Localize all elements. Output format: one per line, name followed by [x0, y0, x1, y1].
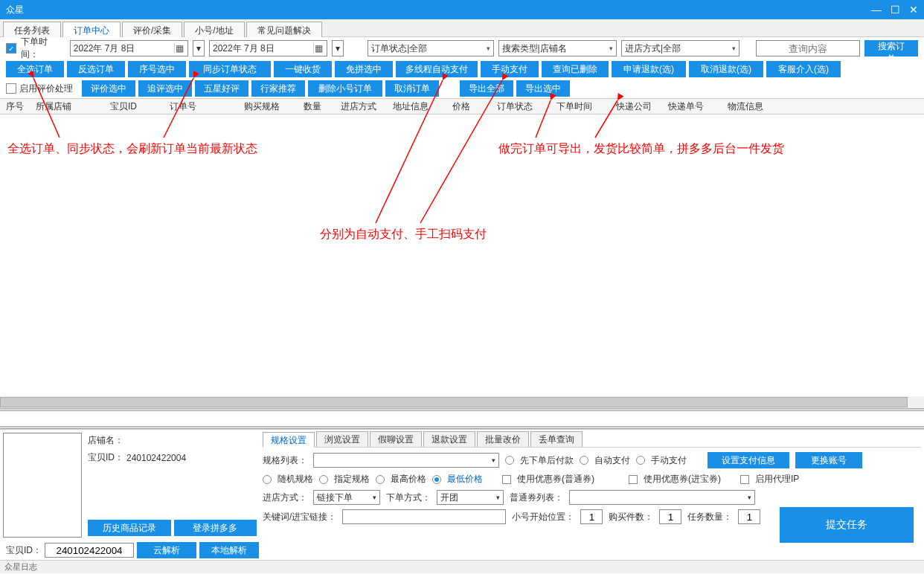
search-type-text: 搜索类型|店铺名 — [502, 42, 567, 55]
chevron-down-icon: ▾ — [373, 494, 376, 501]
submit-task-button[interactable]: 提交任务 — [780, 507, 914, 543]
buy-count-input[interactable] — [659, 509, 681, 524]
select-all-button[interactable]: 全选订单 — [6, 61, 64, 77]
manual-pay-button[interactable]: 手动支付 — [481, 61, 539, 77]
start-pos-input[interactable] — [580, 509, 603, 524]
expert-recommend-button[interactable]: 行家推荐 — [251, 80, 305, 97]
footer-item-input[interactable] — [45, 543, 134, 558]
coupon2-checkbox[interactable] — [629, 475, 638, 484]
sub-tab-refund[interactable]: 退款设置 — [423, 431, 475, 447]
th-item-id: 宝贝ID — [110, 100, 170, 113]
th-tracking: 快递单号 — [668, 100, 728, 113]
radio-max-price[interactable] — [376, 475, 385, 484]
radio-order-first[interactable] — [505, 456, 514, 465]
select-by-index-button[interactable]: 序号选中 — [128, 61, 186, 77]
th-entry: 进店方式 — [341, 100, 393, 113]
sub-tab-spec[interactable]: 规格设置 — [263, 432, 315, 448]
invert-select-button[interactable]: 反选订单 — [67, 61, 125, 77]
one-click-receive-button[interactable]: 一键收货 — [274, 61, 332, 77]
auto-pay-button[interactable]: 多线程自动支付 — [396, 61, 478, 77]
horizontal-scrollbar[interactable] — [0, 396, 924, 408]
table-header: 序号 所属店铺 宝贝ID 订单号 购买规格 数量 进店方式 地址信息 价格 订单… — [0, 98, 924, 115]
date-to-picker[interactable]: 2022年 7月 8日 ▦ — [209, 40, 327, 57]
set-pay-button[interactable]: 设置支付信息 — [708, 452, 789, 468]
th-addr: 地址信息 — [393, 100, 452, 113]
login-pdd-button[interactable]: 登录拼多多 — [174, 520, 257, 536]
sub-tab-lost[interactable]: 丢单查询 — [530, 431, 583, 447]
chevron-down-icon: ▾ — [496, 494, 500, 501]
calendar-icon[interactable]: ▦ — [174, 43, 185, 54]
tab-accounts[interactable]: 小号/地址 — [184, 22, 244, 37]
spec-list-select[interactable]: ▾ — [313, 453, 499, 468]
cancel-order-button[interactable]: 取消订单 — [385, 80, 439, 97]
title-bar: 众星 — ☐ ✕ — [0, 0, 924, 19]
toolbar-2: 启用评价处理 评价选中 追评选中 五星好评 行家推荐 删除小号订单 取消订单 导… — [0, 79, 924, 98]
sync-status-button[interactable]: 同步订单状态 — [189, 61, 271, 77]
window-title: 众星 — [6, 4, 24, 16]
review-append-button[interactable]: 追评选中 — [138, 80, 192, 97]
sub-tab-browse[interactable]: 浏览设置 — [316, 431, 368, 447]
change-account-button[interactable]: 更换账号 — [795, 452, 862, 468]
apply-refund-button[interactable]: 申请退款(选) — [612, 61, 686, 77]
query-deleted-button[interactable]: 查询已删除 — [542, 61, 609, 77]
search-type-combo[interactable]: 搜索类型|店铺名 ▾ — [498, 40, 617, 57]
entry-label: 进店方式： — [263, 491, 307, 504]
history-button[interactable]: 历史商品记录 — [88, 520, 171, 536]
close-icon[interactable]: ✕ — [909, 4, 918, 16]
export-all-button[interactable]: 导出全部 — [460, 80, 513, 97]
entry-combo[interactable]: 进店方式|全部 ▾ — [621, 40, 739, 57]
keyword-input[interactable] — [342, 509, 506, 524]
free-group-button[interactable]: 免拼选中 — [335, 61, 393, 77]
coupon1-label: 使用优惠券(普通券) — [517, 473, 594, 486]
cs-intervene-button[interactable]: 客服介入(选) — [766, 61, 841, 77]
sub-tab-chat[interactable]: 假聊设置 — [370, 431, 422, 447]
coupon-list-select[interactable]: ▾ — [569, 490, 755, 505]
tab-task-list[interactable]: 任务列表 — [3, 22, 61, 37]
time-checkbox[interactable]: ✓ — [6, 43, 16, 54]
proxy-checkbox[interactable] — [740, 475, 749, 484]
task-count-input[interactable] — [738, 509, 760, 524]
review-selected-button[interactable]: 评价选中 — [82, 80, 135, 97]
radio-min-price[interactable] — [432, 475, 441, 484]
export-selected-button[interactable]: 导出选中 — [516, 80, 570, 97]
th-index: 序号 — [6, 100, 36, 113]
minimize-icon[interactable]: — — [871, 4, 882, 16]
tab-review[interactable]: 评价/采集 — [122, 22, 182, 37]
delete-subacct-order-button[interactable]: 删除小号订单 — [308, 80, 382, 97]
calendar-icon[interactable]: ▦ — [313, 43, 324, 54]
date-to-text: 2022年 7月 8日 — [213, 42, 275, 55]
keyword-label: 关键词/进宝链接： — [263, 511, 336, 523]
cancel-refund-button[interactable]: 取消退款(选) — [689, 61, 763, 77]
sub-tab-batch-price[interactable]: 批量改价 — [477, 431, 529, 447]
five-star-button[interactable]: 五星好评 — [195, 80, 248, 97]
radio-fixed-spec[interactable] — [319, 475, 328, 484]
date-from-picker[interactable]: 2022年 7月 8日 ▦ — [70, 40, 188, 57]
window-controls: — ☐ ✕ — [871, 4, 918, 16]
status-text: 众星日志 — [4, 561, 37, 573]
search-button[interactable]: 搜索订单 — [864, 40, 918, 57]
tab-order-center[interactable]: 订单中心 — [62, 22, 121, 37]
dropdown-icon[interactable]: ▾ — [193, 40, 205, 57]
scrollbar-thumb[interactable] — [0, 397, 908, 407]
dropdown-icon[interactable]: ▾ — [332, 40, 344, 57]
item-id-label: 宝贝ID： — [88, 451, 123, 464]
order-status-combo[interactable]: 订单状态|全部 ▾ — [368, 40, 493, 57]
shop-label: 店铺名： — [88, 434, 123, 447]
search-input[interactable] — [756, 40, 860, 57]
local-parse-button[interactable]: 本地解析 — [199, 542, 259, 558]
table-body — [0, 115, 924, 408]
order-type-label: 下单方式： — [386, 491, 431, 504]
coupon1-checkbox[interactable] — [502, 475, 511, 484]
radio-auto-pay[interactable] — [580, 456, 588, 465]
status-bar: 众星日志 — [0, 560, 924, 573]
order-type-select[interactable]: 开团▾ — [437, 490, 504, 505]
chevron-down-icon: ▾ — [492, 457, 495, 464]
enable-review-checkbox[interactable] — [6, 83, 16, 94]
sub-tabs: 规格设置 浏览设置 假聊设置 退款设置 批量改价 丢单查询 — [263, 431, 921, 448]
tab-faq[interactable]: 常见问题解决 — [246, 22, 322, 37]
entry-select[interactable]: 链接下单▾ — [313, 490, 380, 505]
maximize-icon[interactable]: ☐ — [891, 4, 900, 16]
radio-random-spec[interactable] — [263, 475, 272, 484]
radio-manual-pay[interactable] — [636, 456, 645, 465]
cloud-parse-button[interactable]: 云解析 — [137, 542, 196, 558]
